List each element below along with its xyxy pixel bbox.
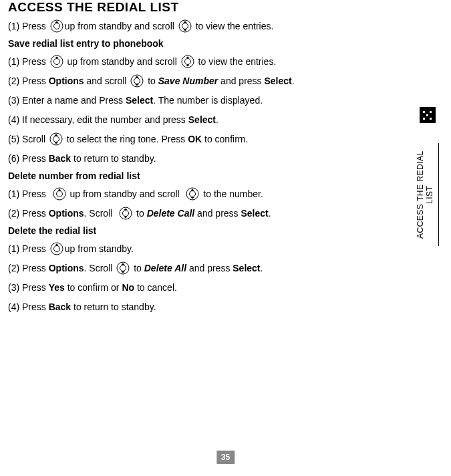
text-bold: Select <box>233 261 260 275</box>
svg-point-7 <box>184 59 190 65</box>
text-bold: Back <box>49 151 71 166</box>
text: to view the entries. <box>196 54 277 69</box>
nav-up-icon <box>50 19 63 33</box>
nav-up-icon <box>50 242 63 255</box>
text: and press <box>194 206 241 221</box>
text: to return to standby. <box>71 300 156 314</box>
subheading-delete-number: Delete number from redial list <box>8 170 424 181</box>
text: (2) Press <box>8 261 49 275</box>
text: and scroll <box>84 74 130 88</box>
text: to <box>131 261 144 275</box>
instruction-line: (2) Press Options and scroll to Save Num… <box>8 74 424 88</box>
text: . <box>261 261 263 275</box>
instruction-line: (6) Press Back to return to standby. <box>8 151 424 166</box>
svg-point-17 <box>123 211 129 217</box>
instruction-line: (5) Scroll to select the ring tone. Pres… <box>8 132 424 146</box>
side-tab-label: ACCESS THE REDIAL LIST <box>416 143 439 246</box>
text: (3) Enter a name and Press <box>8 93 126 108</box>
text: up from standby and scroll <box>65 19 177 33</box>
text-bold: No <box>122 280 134 295</box>
instruction-line: (2) Press Options . Scroll to Delete Cal… <box>8 206 424 221</box>
text: to return to standby. <box>71 151 156 166</box>
text: . <box>269 206 271 221</box>
text: (5) Scroll <box>8 132 48 146</box>
svg-point-21 <box>120 265 126 271</box>
instruction-line: (1) Press up from standby and scroll to … <box>8 19 424 33</box>
text: . <box>216 112 218 127</box>
svg-point-19 <box>53 246 59 252</box>
text: to confirm or <box>65 280 122 295</box>
text-bolditalic: Delete Call <box>147 206 195 221</box>
nav-updown-icon <box>116 261 130 275</box>
text: . The number is displayed. <box>153 93 263 108</box>
text: (2) Press <box>8 206 49 221</box>
instruction-line: (3) Enter a name and Press Select . The … <box>8 93 424 108</box>
text: (1) Press <box>8 19 49 33</box>
text-bolditalic: Save Number <box>158 74 218 88</box>
instruction-line: (4) Press Back to return to standby. <box>8 300 424 314</box>
text: (2) Press <box>8 74 49 88</box>
text-bold: Select <box>265 74 292 88</box>
text: to cancel. <box>134 280 177 295</box>
instruction-line: (1) Press up from standby and scroll to … <box>8 54 424 69</box>
page-title: ACCESS THE REDIAL LIST <box>8 0 424 15</box>
side-tab: ACCESS THE REDIAL LIST <box>416 107 439 246</box>
text-bold: Select <box>241 206 268 221</box>
text: to confirm. <box>202 132 248 146</box>
text-bold: Options <box>49 261 84 275</box>
text: up from standby. <box>65 241 134 256</box>
svg-point-13 <box>56 191 62 197</box>
nav-updown-icon <box>119 207 132 220</box>
svg-point-1 <box>53 23 59 29</box>
text: . <box>292 74 295 88</box>
text-bold: Select <box>126 93 153 108</box>
svg-point-9 <box>134 78 140 84</box>
text: . Scroll <box>84 261 116 275</box>
svg-point-3 <box>182 23 188 29</box>
instruction-line: (1) Press up from standby. <box>8 241 424 256</box>
subheading-save: Save redial list entry to phonebook <box>8 38 424 49</box>
text: and press <box>218 74 264 88</box>
text: to <box>145 74 158 88</box>
svg-point-15 <box>190 191 196 197</box>
text-bold: Back <box>49 300 71 314</box>
text: (1) Press <box>8 241 49 256</box>
text: up from standby and scroll <box>65 54 180 69</box>
instruction-line: (1) Press up from standby and scroll to … <box>8 187 424 201</box>
instruction-line: (2) Press Options . Scroll to Delete All… <box>8 261 424 275</box>
nav-updown-icon <box>130 74 144 88</box>
text: (1) Press <box>8 54 49 69</box>
text: to select the ring tone. Press <box>64 132 188 146</box>
text: (4) If necessary, edit the number and pr… <box>8 112 188 127</box>
nav-updown-icon <box>181 55 194 68</box>
text: (1) Press <box>8 187 51 201</box>
page-number: 35 <box>216 451 235 464</box>
text-bold: Yes <box>49 280 65 295</box>
text-bold: Select <box>188 112 216 127</box>
nav-updown-icon <box>186 187 199 201</box>
svg-point-5 <box>53 59 59 65</box>
nav-updown-icon <box>178 19 192 33</box>
text-bold: OK <box>188 132 202 146</box>
text: and press <box>186 261 233 275</box>
text: to view the entries. <box>193 19 274 33</box>
text: . Scroll <box>84 206 118 221</box>
instruction-line: (3) Press Yes to confirm or No to cancel… <box>8 280 424 295</box>
nav-up-icon <box>50 55 63 68</box>
page-content: ACCESS THE REDIAL LIST (1) Press up from… <box>0 0 451 314</box>
text: up from standby and scroll <box>67 187 185 201</box>
text-bold: Options <box>49 74 84 88</box>
instruction-line: (4) If necessary, edit the number and pr… <box>8 112 424 127</box>
text: (4) Press <box>8 300 49 314</box>
text: to <box>134 206 146 221</box>
subheading-delete-list: Delete the redial list <box>8 225 424 236</box>
text-bold: Options <box>49 206 84 221</box>
text: (3) Press <box>8 280 49 295</box>
thumb-index-icon <box>420 107 436 123</box>
nav-up-icon <box>53 187 66 201</box>
nav-updown-icon <box>49 132 63 146</box>
text-bolditalic: Delete All <box>144 261 186 275</box>
text: (6) Press <box>8 151 49 166</box>
text: to the number. <box>200 187 263 201</box>
svg-point-11 <box>53 136 59 142</box>
